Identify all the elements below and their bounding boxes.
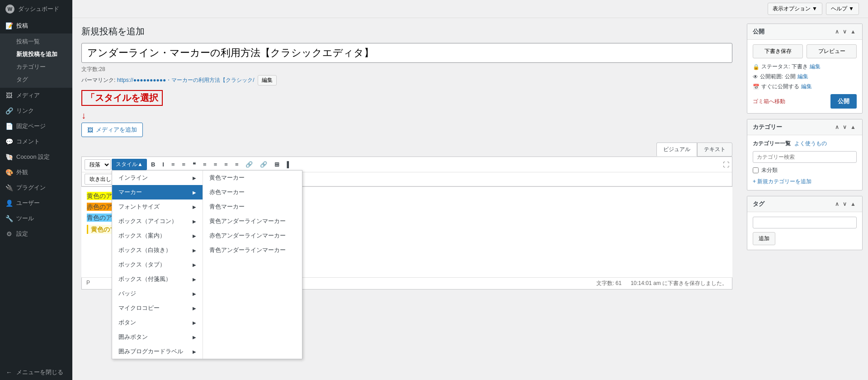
- dropdown-item-badge[interactable]: バッジ▶: [112, 286, 203, 301]
- wordpress-icon: W: [5, 5, 14, 14]
- ul-icon: ≡: [171, 161, 175, 168]
- toolbar-row-1: 段落 スタイル▲ インライン▶: [82, 157, 732, 172]
- italic-button[interactable]: I: [159, 159, 167, 170]
- dropdown-item-fontsize[interactable]: フォントサイズ▶: [112, 200, 203, 214]
- trash-link[interactable]: ゴミ箱へ移動: [753, 98, 785, 105]
- tag-collapse-btn[interactable]: ∧: [834, 201, 840, 207]
- schedule-label: すぐに公開する: [761, 83, 799, 90]
- fullscreen-button[interactable]: ⛶: [723, 161, 729, 168]
- submenu-item-red-marker[interactable]: 赤色マーカー: [203, 185, 302, 200]
- content-area: 新規投稿を追加 文字数:28 パーマリンク: https://●●●●●●●●●…: [72, 18, 868, 380]
- dropdown-item-microcopy[interactable]: マイクロコピー▶: [112, 301, 203, 315]
- cat-checkbox-uncategorized[interactable]: [753, 167, 759, 173]
- align-center-button[interactable]: ≡: [211, 159, 221, 170]
- align-justify-button[interactable]: ≡: [232, 159, 242, 170]
- preview-button[interactable]: プレビュー: [807, 44, 857, 58]
- visibility-edit-link[interactable]: 編集: [797, 73, 808, 81]
- cat-tab-all[interactable]: カテゴリー一覧: [753, 140, 791, 147]
- add-tag-button[interactable]: 追加: [753, 232, 775, 245]
- sidebar-item-media[interactable]: 🖼 メディア: [0, 88, 72, 103]
- dropdown-item-box-tab[interactable]: ボックス（タブ）▶: [112, 257, 203, 272]
- media-add-button[interactable]: 🖼 メディアを追加: [81, 123, 143, 137]
- dropdown-item-box-white[interactable]: ボックス（白抜き）▶: [112, 243, 203, 257]
- sidebar-appearance-label: 外観: [16, 168, 28, 176]
- tag-expand-btn[interactable]: ∨: [842, 201, 848, 207]
- sidebar-item-posts[interactable]: 📝 投稿: [0, 18, 72, 33]
- pages-icon: 📄: [5, 123, 13, 130]
- cat-tab-frequent[interactable]: よく使うもの: [794, 140, 827, 147]
- submenu-item-yellow-underline[interactable]: 黄色アンダーラインマーカー: [203, 214, 302, 228]
- cat-toggle-btn[interactable]: ▲: [849, 124, 857, 130]
- dropdown-item-marker[interactable]: マーカー▶: [112, 185, 203, 200]
- sidebar-item-new-post[interactable]: 新規投稿を追加: [0, 48, 72, 61]
- sidebar-pages-label: 固定ページ: [16, 122, 46, 130]
- dropdown-item-box-sticky[interactable]: ボックス（付箋風）▶: [112, 272, 203, 286]
- tab-visual[interactable]: ビジュアル: [656, 142, 697, 157]
- visibility-value: 公開: [785, 73, 796, 81]
- sidebar-item-users[interactable]: 👤 ユーザー: [0, 195, 72, 211]
- sidebar-item-posts-list[interactable]: 投稿一覧: [0, 35, 72, 48]
- publish-expand-btn[interactable]: ∨: [842, 28, 848, 35]
- unlink-button[interactable]: 🔗: [257, 159, 270, 170]
- publish-button[interactable]: 公開: [830, 94, 857, 109]
- sidebar-item-collapse[interactable]: ← メニューを閉じる: [0, 365, 72, 380]
- permalink-url[interactable]: https://●●●●●●●●●●・マーカーの利用方法【クラシック/: [117, 77, 255, 83]
- category-search-input[interactable]: [753, 151, 857, 163]
- dropdown-item-box-icon[interactable]: ボックス（アイコン）▶: [112, 214, 203, 228]
- ol-button[interactable]: ≡: [179, 159, 189, 170]
- more-button[interactable]: ▌: [283, 159, 294, 170]
- add-category-link[interactable]: + 新規カテゴリーを追加: [753, 178, 811, 185]
- tab-text[interactable]: テキスト: [697, 142, 732, 157]
- permalink-edit-button[interactable]: 編集: [258, 75, 277, 86]
- status-edit-link[interactable]: 編集: [810, 63, 821, 71]
- dropdown-item-outlined-btn[interactable]: 囲みボタン▶: [112, 330, 203, 344]
- submenu-item-blue-marker[interactable]: 青色マーカー: [203, 200, 302, 214]
- submenu-item-blue-underline[interactable]: 青色アンダーラインマーカー: [203, 243, 302, 257]
- tools-icon: 🔧: [5, 215, 13, 222]
- display-options-button[interactable]: 表示オプション ▼: [768, 3, 822, 15]
- outlined-btn-arrow: ▶: [193, 335, 196, 340]
- blockquote-button[interactable]: ❝: [189, 159, 199, 170]
- dropdown-item-inline[interactable]: インライン▶: [112, 171, 203, 185]
- post-title-input[interactable]: [81, 43, 732, 63]
- schedule-edit-link[interactable]: 編集: [801, 83, 812, 90]
- posts-submenu: 投稿一覧 新規投稿を追加 カテゴリー タグ: [0, 33, 72, 88]
- submenu-item-yellow-marker[interactable]: 黄色マーカー: [203, 171, 302, 185]
- sidebar: W ダッシュボード 📝 投稿 投稿一覧 新規投稿を追加 カテゴリー タグ 🖼 メ…: [0, 0, 72, 380]
- sidebar-item-tags[interactable]: タグ: [0, 73, 72, 86]
- align-left-button[interactable]: ≡: [200, 159, 210, 170]
- table-button[interactable]: ⊞: [271, 159, 283, 170]
- sidebar-item-settings[interactable]: ⚙ 設定: [0, 226, 72, 242]
- publish-toggle-btn[interactable]: ▲: [849, 28, 857, 35]
- sidebar-item-plugins[interactable]: 🔌 プラグイン: [0, 180, 72, 195]
- bold-button[interactable]: B: [148, 159, 158, 170]
- tag-toggle-btn[interactable]: ▲: [849, 201, 857, 207]
- cat-collapse-btn[interactable]: ∧: [834, 124, 840, 130]
- submenu-item-red-underline[interactable]: 赤色アンダーラインマーカー: [203, 228, 302, 243]
- sidebar-item-appearance[interactable]: 🎨 外観: [0, 165, 72, 180]
- editor-path: P: [86, 280, 90, 287]
- sidebar-logo[interactable]: W ダッシュボード: [0, 0, 72, 18]
- align-right-icon: ≡: [224, 161, 228, 168]
- tag-input[interactable]: [753, 217, 857, 228]
- link-button[interactable]: 🔗: [242, 159, 256, 170]
- sidebar-item-tools[interactable]: 🔧 ツール: [0, 211, 72, 226]
- help-button[interactable]: ヘルプ ▼: [826, 3, 859, 15]
- publish-collapse-btn[interactable]: ∧: [834, 28, 840, 35]
- sidebar-item-links[interactable]: 🔗 リンク: [0, 103, 72, 119]
- draft-save-button[interactable]: 下書き保存: [753, 44, 803, 58]
- sidebar-cocoon-label: Cocoon 設定: [16, 153, 50, 161]
- align-right-button[interactable]: ≡: [221, 159, 231, 170]
- paragraph-select[interactable]: 段落: [85, 159, 111, 170]
- cat-expand-btn[interactable]: ∨: [842, 124, 848, 130]
- button-arrow: ▶: [193, 320, 196, 325]
- sidebar-item-pages[interactable]: 📄 固定ページ: [0, 119, 72, 134]
- dropdown-item-box-info[interactable]: ボックス（案内）▶: [112, 228, 203, 243]
- dropdown-item-button[interactable]: ボタン▶: [112, 315, 203, 330]
- style-dropdown-button[interactable]: スタイル▲: [112, 159, 147, 170]
- dropdown-item-blog-card[interactable]: 囲みブログカードラベル▶: [112, 344, 203, 359]
- sidebar-item-cocoon[interactable]: 🐚 Cocoon 設定: [0, 149, 72, 165]
- sidebar-item-comments[interactable]: 💬 コメント: [0, 134, 72, 149]
- sidebar-item-categories[interactable]: カテゴリー: [0, 61, 72, 73]
- ul-button[interactable]: ≡: [168, 159, 178, 170]
